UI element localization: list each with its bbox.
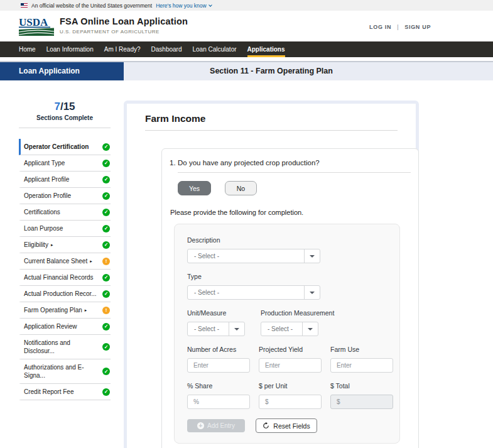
sidebar-section-item[interactable]: Eligibility ▸ xyxy=(19,237,111,253)
section-item-label: Current Balance Sheet xyxy=(24,257,87,265)
nav-item[interactable]: Applications xyxy=(247,41,285,57)
sidebar-section-item[interactable]: Applicant Type xyxy=(19,155,111,172)
sidebar-section-item[interactable]: Certifications xyxy=(19,204,111,221)
section-item-label: Authorizations and E-Signa... xyxy=(24,363,100,380)
sidebar-section-item[interactable]: Applicant Profile xyxy=(19,172,111,188)
reset-fields-label: Reset Fields xyxy=(273,422,310,430)
gov-banner-link[interactable]: Here's how you know xyxy=(156,3,212,9)
section-list: Operator Certification Applicant Type Ap… xyxy=(19,139,111,400)
unit-measure-group: Unit/Measure - Select - xyxy=(187,309,245,336)
nav-item[interactable]: Am I Ready? xyxy=(104,41,141,57)
acres-yield-use-inputs xyxy=(187,358,387,373)
header-titles: FSA Online Loan Application U.S. DEPARTM… xyxy=(60,16,188,35)
nav-item-label: Home xyxy=(19,46,36,53)
sidebar-section-item[interactable]: Actual Production Recor... xyxy=(19,286,111,302)
dollar-total-input xyxy=(330,395,393,409)
share-unit-total-inputs xyxy=(187,395,387,409)
sidebar-section-item[interactable]: Operation Profile xyxy=(19,188,111,204)
section-item-label: Actual Production Recor... xyxy=(24,290,97,298)
section-status-icon xyxy=(102,258,110,265)
description-caret-button[interactable] xyxy=(304,249,320,263)
question-card: 1. Do you have any projected crop produc… xyxy=(161,148,419,448)
description-select-value: - Select - xyxy=(188,253,304,260)
nav-item[interactable]: Dashboard xyxy=(151,41,182,57)
sidebar-section-item[interactable]: Application Review xyxy=(19,319,111,335)
sidebar-section-item[interactable]: Current Balance Sheet ▸ xyxy=(19,253,111,270)
reset-icon xyxy=(263,422,269,429)
type-select[interactable]: - Select - xyxy=(187,285,320,300)
section-status-icon xyxy=(102,307,110,314)
form-actions: + Add Entry Reset Fields xyxy=(187,418,387,433)
page: An official website of the United States… xyxy=(0,0,493,448)
type-label: Type xyxy=(187,273,387,280)
reset-fields-button[interactable]: Reset Fields xyxy=(256,418,317,433)
sidebar-section-item[interactable]: Notifications and Disclosur... xyxy=(19,335,111,359)
section-status-icon xyxy=(102,241,110,249)
percent-share-input[interactable] xyxy=(187,395,250,409)
nav-item-label: Applications xyxy=(247,46,285,53)
instruction-text: Please provide the following for complet… xyxy=(170,209,411,216)
type-group: Type - Select - xyxy=(187,273,387,300)
projected-yield-input[interactable] xyxy=(259,358,322,373)
yes-button[interactable]: Yes xyxy=(178,181,211,195)
dollar-per-unit-input[interactable] xyxy=(259,395,322,409)
production-measurement-caret-button[interactable] xyxy=(302,322,318,336)
unit-measure-label: Unit/Measure xyxy=(187,309,245,317)
question-number: 1. xyxy=(170,159,178,167)
type-select-value: - Select - xyxy=(188,289,304,296)
production-measurement-label: Production Measurement xyxy=(261,309,334,317)
farm-use-input[interactable] xyxy=(330,358,393,373)
section-item-label: Loan Purpose xyxy=(24,224,63,232)
sidebar-section-item[interactable]: Loan Purpose xyxy=(19,221,111,237)
nav-item-label: Loan Information xyxy=(46,46,94,53)
no-button[interactable]: No xyxy=(225,181,257,195)
unit-measure-select[interactable]: - Select - xyxy=(187,322,245,336)
type-caret-button[interactable] xyxy=(304,286,320,299)
description-label: Description xyxy=(187,236,387,244)
number-of-acres-input[interactable] xyxy=(187,358,250,373)
sidebar-section-item[interactable]: Credit Report Fee xyxy=(19,384,111,400)
progress-total-count: /15 xyxy=(60,101,75,112)
caret-down-icon xyxy=(310,292,315,294)
sidebar-section-item[interactable]: Authorizations and E-Signa... xyxy=(19,359,111,384)
section-status-icon xyxy=(102,176,110,183)
usda-logo-text: USDA xyxy=(19,16,48,28)
nav-item[interactable]: Home xyxy=(19,41,36,57)
crop-entry-form: Description - Select - Type - Select - xyxy=(174,224,400,444)
section-status-icon xyxy=(102,274,110,281)
progress-label: Sections Complete xyxy=(19,114,111,121)
section-status-icon xyxy=(102,388,110,396)
auth-separator: | xyxy=(397,24,399,30)
yes-no-buttons: Yes No xyxy=(178,181,411,195)
progress-count: 7/15 xyxy=(19,101,111,113)
section-item-label: Operator Certification xyxy=(24,143,89,151)
sidebar-section-item[interactable]: Farm Operating Plan ▸ xyxy=(19,302,111,319)
sidebar-section-item[interactable]: Operator Certification xyxy=(19,139,111,155)
section-item-label: Farm Operating Plan xyxy=(24,306,82,314)
page-title: Farm Income xyxy=(145,113,398,124)
sections-sidebar: 7/15 Sections Complete Operator Certific… xyxy=(19,101,111,400)
add-entry-button[interactable]: + Add Entry xyxy=(187,419,245,432)
section-item-label: Eligibility xyxy=(24,241,48,249)
expand-arrow-icon: ▸ xyxy=(51,243,53,248)
unit-measure-caret-button[interactable] xyxy=(229,322,244,336)
section-item-label: Actual Financial Records xyxy=(24,273,94,281)
section-status-icon xyxy=(102,143,110,151)
nav-item[interactable]: Loan Calculator xyxy=(192,41,236,57)
nav-item[interactable]: Loan Information xyxy=(46,41,94,57)
number-of-acres-label: Number of Acres xyxy=(187,346,250,353)
production-measurement-group: Production Measurement - Select - xyxy=(261,309,334,336)
usda-logo[interactable]: USDA xyxy=(19,16,54,36)
section-status-icon xyxy=(102,225,110,232)
chevron-down-icon xyxy=(209,3,212,7)
production-measurement-select[interactable]: - Select - xyxy=(261,322,318,336)
nav-item-label: Dashboard xyxy=(151,46,182,53)
progress-complete-count: 7 xyxy=(54,101,60,112)
app-header: USDA FSA Online Loan Application U.S. DE… xyxy=(0,11,493,41)
farm-use-label: Farm Use xyxy=(330,346,393,353)
description-select[interactable]: - Select - xyxy=(187,249,320,263)
log-in-link[interactable]: LOG IN xyxy=(369,24,391,30)
sign-up-link[interactable]: SIGN UP xyxy=(404,24,431,30)
caret-down-icon xyxy=(234,328,239,331)
sidebar-section-item[interactable]: Actual Financial Records xyxy=(19,270,111,286)
